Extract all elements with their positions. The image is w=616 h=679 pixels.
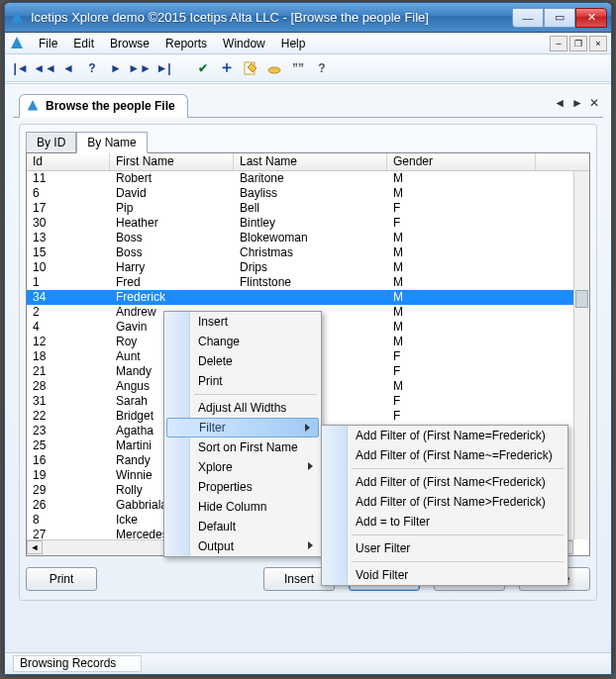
ctx-hide-column[interactable]: Hide Column <box>164 497 321 517</box>
grid-header: Id First Name Last Name Gender <box>27 153 589 171</box>
scroll-thumb[interactable] <box>575 290 588 308</box>
ctx-void-filter[interactable]: Void Filter <box>322 565 567 585</box>
cell-id: 2 <box>27 305 110 320</box>
ctx-add-filter-gt[interactable]: Add Filter of (First Name>Frederick) <box>322 492 567 512</box>
ctx-filter[interactable]: Filter <box>166 418 319 437</box>
cell-first: Boss <box>110 231 234 245</box>
ctx-xplore[interactable]: Xplore <box>164 457 321 477</box>
col-header-last-name[interactable]: Last Name <box>234 153 387 170</box>
cell-first: Fred <box>110 275 234 290</box>
mdi-minimize-button[interactable]: – <box>550 36 567 51</box>
ctx-user-filter[interactable]: User Filter <box>322 538 567 558</box>
last-record-icon[interactable]: ►| <box>155 60 171 76</box>
fast-rewind-icon[interactable]: ◄◄ <box>37 60 52 76</box>
ctx-insert[interactable]: Insert <box>164 312 321 332</box>
cell-gender: M <box>387 171 536 186</box>
ctx-output[interactable]: Output <box>164 536 321 556</box>
cell-last: Bintley <box>234 216 387 231</box>
titlebar: Icetips Xplore demo ©2015 Icetips Alta L… <box>5 3 611 33</box>
mdi-restore-button[interactable]: ❐ <box>569 36 587 51</box>
col-header-first-name[interactable]: First Name <box>110 153 234 170</box>
table-row[interactable]: 11RobertBaritoneM <box>27 171 573 186</box>
edit-icon[interactable] <box>243 60 258 76</box>
submenu-arrow-icon <box>308 540 313 551</box>
quote-icon[interactable]: ”” <box>290 60 306 76</box>
cell-first: Harry <box>110 260 234 275</box>
cell-gender: F <box>387 216 536 231</box>
ctx-delete[interactable]: Delete <box>164 351 321 371</box>
cell-last: Drips <box>234 260 387 275</box>
add-icon[interactable]: ＋ <box>219 60 235 76</box>
cell-id: 15 <box>27 245 110 260</box>
menu-edit[interactable]: Edit <box>65 35 102 52</box>
menu-file[interactable]: File <box>31 35 65 52</box>
statusbar: Browsing Records <box>5 652 611 674</box>
table-row[interactable]: 34FrederickM <box>27 290 573 305</box>
cell-last: Blokewoman <box>234 231 387 245</box>
cell-id: 13 <box>27 231 110 245</box>
table-row[interactable]: 1FredFlintstoneM <box>27 275 573 290</box>
ctx-add-filter-ne[interactable]: Add Filter of (First Name~=Frederick) <box>322 445 567 465</box>
ctx-print[interactable]: Print <box>164 371 321 391</box>
ctx-add-to-filter[interactable]: Add = to Filter <box>322 512 567 532</box>
ctx-default[interactable]: Default <box>164 517 321 536</box>
menu-help[interactable]: Help <box>273 35 314 52</box>
ctx-add-filter-eq[interactable]: Add Filter of (First Name=Frederick) <box>322 426 567 445</box>
ctx-adjust-widths[interactable]: Adjust All Widths <box>164 398 321 418</box>
cell-id: 27 <box>27 528 110 539</box>
col-header-gender[interactable]: Gender <box>387 153 536 170</box>
col-header-id[interactable]: Id <box>27 153 110 170</box>
grid-context-menu: Insert Change Delete Print Adjust All Wi… <box>163 311 322 557</box>
table-row[interactable]: 30HeatherBintleyF <box>27 216 573 231</box>
cell-first: Robert <box>110 171 234 186</box>
cell-last: Christmas <box>234 245 387 260</box>
ctx-sort[interactable]: Sort on First Name <box>164 437 321 457</box>
tab-prev-icon[interactable]: ◄ <box>554 96 565 110</box>
table-row[interactable]: 13BossBlokewomanM <box>27 231 573 245</box>
tab-close-icon[interactable]: ✕ <box>589 96 599 110</box>
fast-forward-icon[interactable]: ►► <box>132 60 148 76</box>
first-record-icon[interactable]: |◄ <box>13 60 29 76</box>
filter-submenu: Add Filter of (First Name=Frederick) Add… <box>321 425 568 586</box>
ctx-change[interactable]: Change <box>164 332 321 351</box>
tab-by-id[interactable]: By ID <box>26 132 76 153</box>
menu-reports[interactable]: Reports <box>157 35 215 52</box>
cell-id: 11 <box>27 171 110 186</box>
tab-by-name[interactable]: By Name <box>76 132 147 153</box>
ctx-separator <box>352 468 564 469</box>
next-record-icon[interactable]: ► <box>108 60 124 76</box>
document-icon <box>9 36 25 51</box>
maximize-button[interactable]: ▭ <box>544 8 575 28</box>
prev-record-icon[interactable]: ◄ <box>60 60 76 76</box>
table-row[interactable]: 10HarryDripsM <box>27 260 573 275</box>
minimize-button[interactable]: — <box>512 8 544 28</box>
cell-gender: F <box>387 201 536 216</box>
scroll-left-icon[interactable]: ◄ <box>27 540 43 554</box>
vertical-scrollbar[interactable] <box>573 171 589 539</box>
cell-last <box>234 290 387 305</box>
help-icon[interactable]: ? <box>84 60 100 76</box>
window-title: Icetips Xplore demo ©2015 Icetips Alta L… <box>31 10 512 25</box>
accept-icon[interactable]: ✔ <box>195 60 211 76</box>
tab-next-icon[interactable]: ► <box>571 96 583 110</box>
table-row[interactable]: 15BossChristmasM <box>27 245 573 260</box>
toolbar: |◄ ◄◄ ◄ ? ► ►► ►| ✔ ＋ ”” ? <box>5 54 611 82</box>
table-row[interactable]: 6DavidBaylissM <box>27 186 573 201</box>
question-icon[interactable]: ? <box>314 60 330 76</box>
ctx-properties[interactable]: Properties <box>164 477 321 497</box>
cell-id: 21 <box>27 364 110 379</box>
table-row[interactable]: 17PipBellF <box>27 201 573 216</box>
document-tab[interactable]: Browse the people File <box>19 94 188 118</box>
print-button[interactable]: Print <box>26 567 97 591</box>
cell-id: 28 <box>27 379 110 394</box>
ctx-filter-label: Filter <box>199 421 226 435</box>
menu-browse[interactable]: Browse <box>102 35 157 52</box>
cell-id: 16 <box>27 453 110 468</box>
document-tab-label: Browse the people File <box>46 99 175 113</box>
menu-window[interactable]: Window <box>215 35 273 52</box>
ctx-add-filter-lt[interactable]: Add Filter of (First Name<Frederick) <box>322 472 567 492</box>
delete-icon[interactable] <box>266 60 282 76</box>
close-window-button[interactable]: ✕ <box>575 8 607 28</box>
mdi-close-button[interactable]: × <box>589 36 607 51</box>
cell-last: Baritone <box>234 171 387 186</box>
